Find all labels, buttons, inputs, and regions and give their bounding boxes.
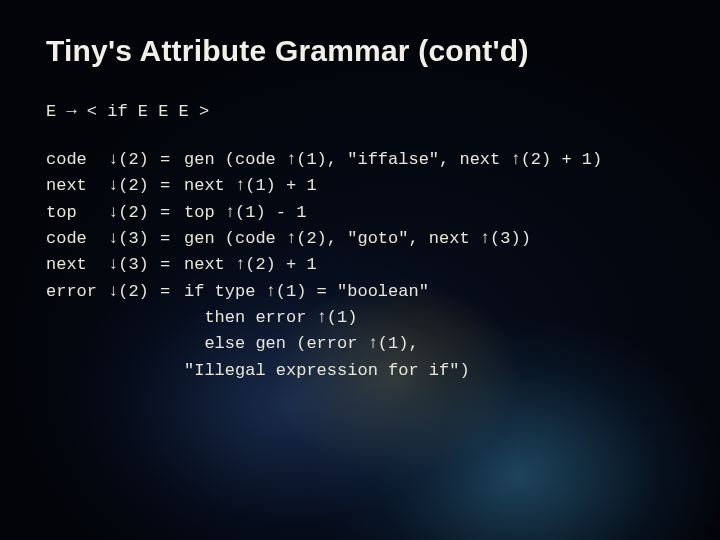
attr-ref: ↓(2): [108, 173, 160, 199]
equals-sign: =: [160, 200, 184, 226]
attr-rhs: top ↑(1) - 1: [184, 200, 608, 226]
grammar-rule: E → < if E E E >: [46, 102, 674, 121]
equals-sign: =: [160, 173, 184, 199]
attr-rhs: next ↑(2) + 1: [184, 252, 608, 278]
attr-name: code: [46, 226, 108, 252]
table-row: error↓(2)=if type ↑(1) = "boolean" then …: [46, 279, 608, 384]
attr-rhs: if type ↑(1) = "boolean" then error ↑(1)…: [184, 279, 608, 384]
table-row: next↓(2)=next ↑(1) + 1: [46, 173, 608, 199]
attr-ref: ↓(2): [108, 279, 160, 384]
attr-ref: ↓(2): [108, 147, 160, 173]
attr-ref: ↓(3): [108, 252, 160, 278]
attr-name: code: [46, 147, 108, 173]
equals-sign: =: [160, 279, 184, 384]
table-row: next↓(3)=next ↑(2) + 1: [46, 252, 608, 278]
attr-rhs: next ↑(1) + 1: [184, 173, 608, 199]
equals-sign: =: [160, 226, 184, 252]
equals-sign: =: [160, 252, 184, 278]
attr-name: next: [46, 252, 108, 278]
attr-name: top: [46, 200, 108, 226]
slide-title: Tiny's Attribute Grammar (cont'd): [46, 34, 674, 68]
attribute-table: code↓(2)=gen (code ↑(1), "iffalse", next…: [46, 147, 608, 384]
attr-rhs: gen (code ↑(1), "iffalse", next ↑(2) + 1…: [184, 147, 608, 173]
table-row: top↓(2)=top ↑(1) - 1: [46, 200, 608, 226]
slide: Tiny's Attribute Grammar (cont'd) E → < …: [0, 0, 720, 540]
attr-name: next: [46, 173, 108, 199]
table-row: code↓(3)=gen (code ↑(2), "goto", next ↑(…: [46, 226, 608, 252]
attr-ref: ↓(2): [108, 200, 160, 226]
equals-sign: =: [160, 147, 184, 173]
attr-name: error: [46, 279, 108, 384]
attr-rhs: gen (code ↑(2), "goto", next ↑(3)): [184, 226, 608, 252]
table-row: code↓(2)=gen (code ↑(1), "iffalse", next…: [46, 147, 608, 173]
attr-ref: ↓(3): [108, 226, 160, 252]
